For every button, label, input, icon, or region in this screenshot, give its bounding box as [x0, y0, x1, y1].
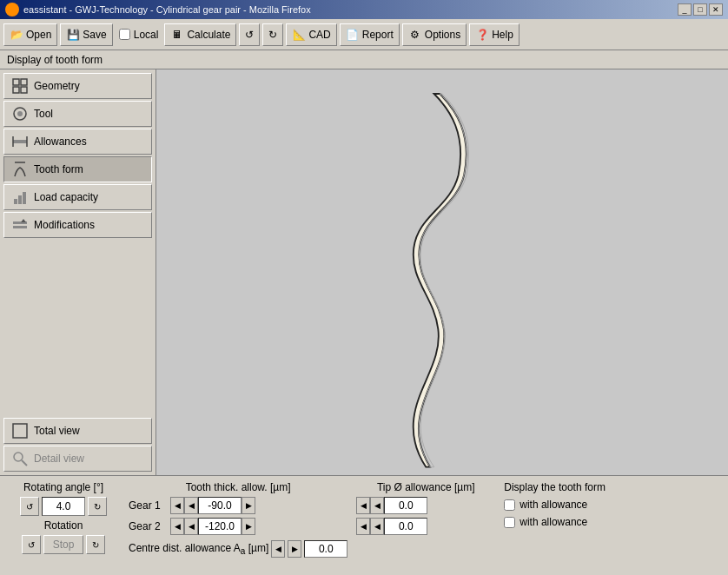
detail-view-button[interactable]: Detail view — [3, 446, 152, 472]
tooth-thickness-section: Tooth thick. allow. [µm] Gear 1 ◀ ◀ ▶ Ge… — [129, 481, 347, 558]
tip-allowance-section: Tip Ø allowance [µm] ◀ ◀ ◀ ◀ — [356, 481, 495, 535]
svg-rect-0 — [13, 79, 19, 85]
report-label: Report — [362, 29, 394, 41]
tooth-form-svg — [156, 69, 728, 475]
title-bar-buttons[interactable]: _ □ ✕ — [678, 3, 723, 16]
modifications-label: Modifications — [34, 219, 95, 231]
save-button[interactable]: 💾 Save — [60, 23, 112, 46]
report-icon: 📄 — [346, 28, 360, 42]
canvas-area — [156, 69, 728, 475]
tip1-value-input[interactable] — [384, 497, 427, 514]
gear2-dec-button[interactable]: ◀ — [170, 518, 184, 535]
options-icon: ⚙ — [408, 28, 422, 42]
main-content: Geometry Tool Allowances Tooth form Load… — [0, 69, 728, 475]
options-label: Options — [425, 29, 460, 41]
bottom-panel: Rotating angle [°] ↺ ↻ Rotation ↺ Stop ↻… — [0, 475, 728, 575]
tip2-value-input[interactable] — [384, 518, 427, 535]
toolbar: 📂 Open 💾 Save Local 🖩 Calculate ↺ ↻ 📐 CA… — [0, 19, 728, 50]
with-allowance2-checkbox[interactable] — [504, 517, 515, 528]
sidebar-item-tooth-form[interactable]: Tooth form — [3, 156, 152, 182]
stop-button[interactable]: Stop — [43, 535, 84, 554]
gear1-inc-button[interactable]: ▶ — [242, 497, 255, 514]
svg-rect-2 — [13, 87, 19, 93]
sidebar-item-modifications[interactable]: Modifications — [3, 212, 152, 238]
rotation-value-input[interactable] — [42, 497, 85, 516]
sidebar-item-allowances[interactable]: Allowances — [3, 129, 152, 155]
rotating-angle-section: Rotating angle [°] ↺ ↻ Rotation ↺ Stop ↻ — [7, 481, 120, 554]
minimize-button[interactable]: _ — [678, 3, 692, 16]
gear1-spin: ◀ ◀ ▶ — [170, 497, 255, 514]
options-button[interactable]: ⚙ Options — [402, 23, 467, 46]
gear1-value-input[interactable] — [198, 497, 242, 514]
window-title: eassistant - GWJ-Technology - Cylindrica… — [23, 4, 311, 15]
redo-button[interactable]: ↻ — [262, 23, 283, 46]
with-allowance1-label: with allowance — [520, 499, 587, 511]
gear2-inc-button[interactable]: ▶ — [242, 518, 255, 535]
tip2-spin: ◀ ◀ — [356, 518, 427, 535]
detail-view-icon — [11, 450, 29, 467]
local-checkbox[interactable] — [119, 29, 130, 40]
total-view-button[interactable]: Total view — [3, 418, 152, 444]
svg-rect-14 — [13, 226, 27, 228]
tip2-dec-button[interactable]: ◀ — [356, 518, 370, 535]
svg-rect-16 — [13, 424, 27, 438]
with-allowance2-row: with allowance — [504, 516, 634, 528]
undo-button[interactable]: ↺ — [239, 23, 260, 46]
tip1-row: ◀ ◀ — [356, 497, 495, 514]
tip1-dec2-button[interactable]: ◀ — [370, 497, 384, 514]
center-dist-label: Centre dist. allowance Aa [µm] — [129, 542, 268, 556]
svg-rect-12 — [23, 192, 26, 204]
help-label: Help — [492, 29, 513, 41]
svg-rect-6 — [13, 140, 27, 143]
gear1-dec-button[interactable]: ◀ — [170, 497, 184, 514]
sidebar-item-load-capacity[interactable]: Load capacity — [3, 184, 152, 210]
open-icon: 📂 — [10, 28, 23, 42]
total-view-icon — [11, 422, 29, 440]
rotation-label: Rotation — [44, 519, 83, 532]
rotate-right-button[interactable]: ↻ — [88, 497, 107, 516]
gear1-dec2-button[interactable]: ◀ — [184, 497, 198, 514]
tool-icon — [11, 105, 29, 122]
allowances-icon — [11, 133, 29, 150]
rotation-controls: ↺ Stop ↻ — [22, 535, 106, 554]
app-icon — [5, 3, 19, 17]
view-buttons: Total view Detail view — [3, 418, 152, 472]
sidebar-item-tool[interactable]: Tool — [3, 101, 152, 127]
with-allowance1-checkbox[interactable] — [504, 499, 515, 511]
svg-rect-11 — [18, 195, 22, 204]
maximize-button[interactable]: □ — [693, 3, 707, 16]
svg-rect-19 — [199, 69, 685, 475]
tooth-thick-title: Tooth thick. allow. [µm] — [129, 481, 347, 493]
center-dist-inc-button[interactable]: ▶ — [288, 540, 301, 558]
center-dist-value-input[interactable] — [304, 540, 347, 558]
open-button[interactable]: 📂 Open — [3, 23, 57, 46]
geometry-icon — [11, 77, 29, 95]
tooth-form-label: Tooth form — [34, 163, 83, 175]
display-bar-label: Display of tooth form — [7, 54, 103, 66]
tip1-dec-button[interactable]: ◀ — [356, 497, 370, 514]
load-capacity-icon — [11, 188, 29, 206]
cad-button[interactable]: 📐 CAD — [286, 23, 336, 46]
with-allowance1-row: with allowance — [504, 499, 634, 511]
undo-label: ↺ — [245, 29, 254, 41]
report-button[interactable]: 📄 Report — [340, 23, 400, 46]
modifications-icon — [11, 216, 29, 234]
calculate-button[interactable]: 🖩 Calculate — [164, 23, 236, 46]
title-bar: eassistant - GWJ-Technology - Cylindrica… — [0, 0, 728, 19]
total-view-label: Total view — [34, 425, 80, 437]
rotate-left-button[interactable]: ↺ — [20, 497, 39, 516]
tip1-spin: ◀ ◀ — [356, 497, 427, 514]
help-button[interactable]: ❓ Help — [469, 23, 520, 46]
gear1-row: Gear 1 ◀ ◀ ▶ — [129, 497, 347, 514]
close-button[interactable]: ✕ — [709, 3, 723, 16]
rotation-forward-button[interactable]: ↻ — [86, 535, 105, 554]
sidebar-item-geometry[interactable]: Geometry — [3, 73, 152, 99]
tip2-dec2-button[interactable]: ◀ — [370, 518, 384, 535]
center-dist-dec-button[interactable]: ◀ — [271, 540, 285, 558]
rotation-back-button[interactable]: ↺ — [22, 535, 41, 554]
gear2-dec2-button[interactable]: ◀ — [184, 518, 198, 535]
svg-point-17 — [14, 453, 23, 461]
detail-view-label: Detail view — [34, 453, 84, 465]
gear2-value-input[interactable] — [198, 518, 242, 535]
display-tooth-form-section: Display the tooth form with allowance wi… — [504, 481, 634, 528]
